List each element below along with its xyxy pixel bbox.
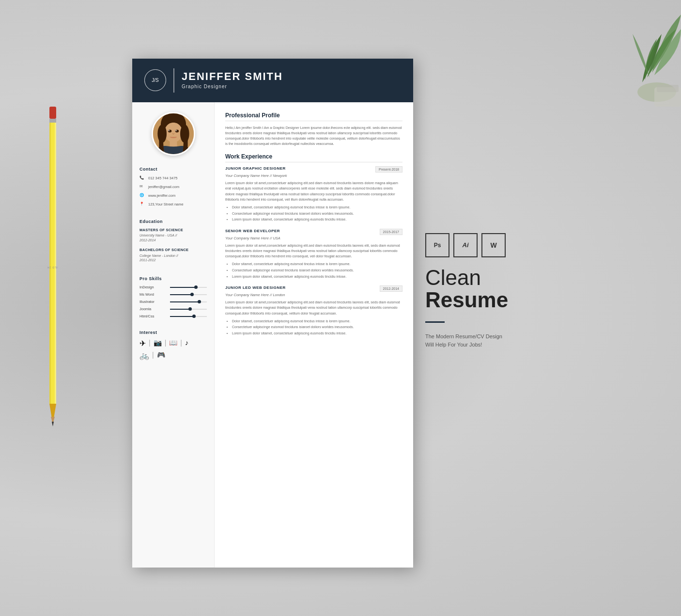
bullet-2-1: Dolor sitamet, consectetuer adipiscing e…	[232, 261, 402, 268]
job-entry-3: JUNIOR LED WEB DESIGNER 2012-2014 Your C…	[225, 285, 402, 336]
skill-name-3: Illustrator	[139, 300, 166, 304]
svg-rect-3	[49, 107, 56, 119]
job-title-2: SENIOR WEB DEVELOPER	[225, 229, 280, 233]
edu-degree-2: BACHELORS OF SCIENCE	[139, 248, 207, 253]
interest-title: Interest	[139, 330, 207, 335]
edu-detail-2: College Name - London //2011-2012	[139, 253, 207, 263]
photoshop-badge: Ps	[425, 233, 449, 257]
edu-entry-2: BACHELORS OF SCIENCE College Name - Lond…	[139, 248, 207, 263]
svg-point-0	[637, 82, 676, 102]
edu-entry-1: MASTERS OF SCIENCE University Name - USA…	[139, 228, 207, 243]
email-address: jeniffer@gmail.com	[148, 185, 179, 189]
resume-sidebar: Contact 📞 012 345 744 3475 ✉ jeniffer@gm…	[132, 102, 215, 568]
header-text-block: JENIFFER SMITH Graphic Designer	[182, 71, 283, 89]
bullet-3-1: Dolor sitamet, consectetuer adipiscing e…	[232, 318, 402, 325]
skill-name-4: Joomla	[139, 307, 166, 311]
illustrator-badge: Ai	[453, 233, 478, 257]
ai-label: Ai	[463, 241, 469, 249]
job-entry-1: JUNIOR GRAPHIC DESIGNER Present-2018 You…	[225, 166, 402, 223]
location-icon: 📍	[139, 202, 145, 207]
svg-marker-9	[49, 404, 56, 424]
skill-bar-1	[170, 287, 207, 288]
svg-rect-2	[657, 85, 679, 92]
software-badges: Ps Ai W	[425, 233, 508, 257]
skill-dot-1	[194, 285, 198, 289]
skill-item-1: InDesign	[139, 285, 207, 289]
profile-text: Hello,I Am jeniffer Smith I Am a Graphic…	[225, 125, 402, 147]
svg-text:STABILO 242 4K: STABILO 242 4K	[47, 266, 58, 269]
interest-sep1: |	[149, 339, 151, 348]
resume-wrapper: J/S JENIFFER SMITH Graphic Designer	[132, 59, 520, 568]
interest-icons-2: 🚲 | 🎮	[139, 351, 207, 360]
svg-marker-11	[52, 422, 54, 426]
skill-name-1: InDesign	[139, 285, 166, 289]
job-bullets-1: Dolor sitamet, consectetuer adipiscing e…	[225, 205, 402, 223]
monogram: J/S	[144, 69, 166, 91]
address-item: 📍 123,Your Street name	[139, 202, 207, 207]
interest-section: Interest ✈ | 📷 | 📖 | ♪ 🚲 | 🎮	[139, 330, 207, 360]
phone-number: 012 345 744 3475	[148, 176, 177, 180]
interest-icons: ✈ | 📷 | 📖 | ♪	[139, 339, 207, 348]
skill-bar-2	[170, 294, 207, 295]
profile-section-title: Professional Profile	[225, 112, 402, 121]
job-date-3: 2012-2014	[380, 285, 402, 292]
promo-title-block: Clean Resume	[425, 267, 508, 312]
resume-document: J/S JENIFFER SMITH Graphic Designer	[132, 59, 413, 568]
job-date-2: 2015-2017	[380, 229, 402, 235]
skill-item-3: Illustrator	[139, 300, 207, 304]
resume-body: Contact 📞 012 345 744 3475 ✉ jeniffer@gm…	[132, 102, 413, 568]
svg-point-19	[168, 130, 170, 131]
interest-plane: ✈	[139, 339, 146, 348]
skill-item-2: Ms Word	[139, 292, 207, 297]
svg-rect-1	[654, 87, 681, 107]
bullet-3-3: Lorem ipsum dolor sitamet, consectetuer …	[232, 331, 402, 337]
job-desc-1: Lorem ipsum dolor sit amet,consectetuer …	[225, 180, 402, 202]
interest-bike: 🚲	[139, 351, 149, 360]
interest-music: ♪	[185, 339, 188, 348]
svg-marker-10	[51, 417, 55, 424]
skills-title: Pro Skills	[139, 276, 207, 281]
job-company-1: Your Company Name Here // Newyork	[225, 174, 402, 178]
address-text: 123,Your Street name	[148, 202, 184, 206]
bullet-1-3: Lorem ipsum dolor sitamet, consectetuer …	[232, 217, 402, 223]
w-label: W	[490, 241, 496, 249]
header-divider	[173, 68, 174, 93]
job-date-1: Present-2018	[375, 166, 402, 173]
profile-photo	[152, 112, 195, 156]
contact-section: Contact 📞 012 345 744 3475 ✉ jeniffer@gm…	[139, 167, 207, 210]
interest-camera: 📷	[154, 339, 162, 348]
skill-bar-3	[170, 301, 207, 302]
bullet-2-2: Consectetuer adipiscinge euismod tincidu…	[232, 268, 402, 274]
job-company-2: Your Company Name Here // USA	[225, 236, 402, 240]
job-bullets-2: Dolor sitamet, consectetuer adipiscing e…	[225, 261, 402, 280]
job-bullets-3: Dolor sitamet, consectetuer adipiscing e…	[225, 318, 402, 337]
skill-fill-4	[170, 309, 190, 310]
ps-label: Ps	[434, 242, 441, 249]
job-header-2: SENIOR WEB DEVELOPER 2015-2017	[225, 229, 402, 235]
monogram-text: J/S	[152, 78, 158, 83]
svg-rect-5	[49, 123, 56, 404]
interest-sep3: |	[180, 339, 182, 348]
edu-degree-1: MASTERS OF SCIENCE	[139, 228, 207, 233]
edu-detail-1: University Name - USA //2012-2014	[139, 233, 207, 243]
svg-point-14	[164, 122, 182, 142]
experience-section-title: Work Experience	[225, 153, 402, 162]
skill-dot-4	[188, 307, 192, 311]
skill-fill-1	[170, 287, 196, 288]
promo-title-bold: Resume	[425, 288, 508, 312]
promo-panel: Ps Ai W Clean Resume The Modern Resume/C…	[413, 59, 520, 568]
website-url: www.jeniffer.com	[148, 193, 175, 198]
main-content: Professional Profile Hello,I Am jeniffer…	[215, 102, 413, 568]
skill-bar-4	[170, 309, 207, 310]
bullet-1-1: Dolor sitamet, consectetuer adipiscing e…	[232, 205, 402, 211]
promo-subtitle: The Modern Resume/CV Design Will Help Fo…	[425, 332, 508, 349]
photo-area	[139, 112, 207, 156]
job-header-3: JUNIOR LED WEB DESIGNER 2012-2014	[225, 285, 402, 292]
job-header-1: JUNIOR GRAPHIC DESIGNER Present-2018	[225, 166, 402, 173]
skill-fill-3	[170, 301, 200, 302]
promo-divider	[425, 321, 445, 323]
email-item: ✉ jeniffer@gmail.com	[139, 184, 207, 190]
skill-fill-2	[170, 294, 192, 295]
word-badge: W	[481, 233, 506, 257]
phone-item: 📞 012 345 744 3475	[139, 175, 207, 181]
